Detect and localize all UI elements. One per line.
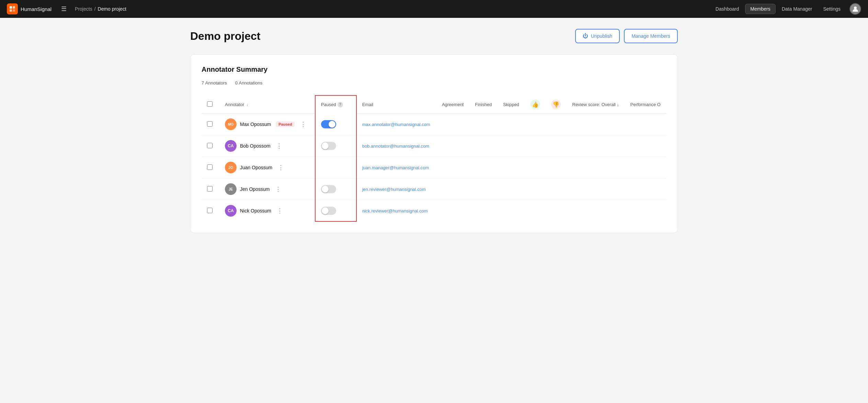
more-options-button[interactable]: ⋮ bbox=[274, 141, 284, 150]
row-checkbox-3[interactable] bbox=[207, 164, 213, 170]
cell-thumbs_up bbox=[525, 114, 546, 135]
unpublish-label: Unpublish bbox=[591, 33, 612, 39]
avatar: JO bbox=[225, 162, 237, 173]
breadcrumb: Projects / Demo project bbox=[75, 6, 126, 12]
cell-thumbs_up bbox=[525, 135, 546, 157]
cell-finished bbox=[469, 200, 498, 222]
breadcrumb-current: Demo project bbox=[98, 6, 126, 12]
nav-link-settings[interactable]: Settings bbox=[818, 4, 845, 14]
annotations-label: Annotations bbox=[239, 80, 263, 85]
annotator-table-container: Annotator ↓ Paused ? Email bbox=[202, 95, 666, 222]
paused-toggle[interactable] bbox=[321, 142, 351, 150]
annotator-name: Max Opossum bbox=[240, 122, 271, 127]
annotator-name: Bob Opossom bbox=[240, 143, 271, 149]
cell-skipped bbox=[498, 135, 525, 157]
row-checkbox-4[interactable] bbox=[207, 186, 213, 192]
toggle-track bbox=[321, 185, 336, 193]
thumbs-down-icon-header[interactable]: 👎 bbox=[551, 100, 561, 109]
cell-skipped bbox=[498, 114, 525, 135]
cell-agreement bbox=[436, 157, 469, 179]
toggle-thumb bbox=[322, 207, 329, 214]
cell-agreement bbox=[436, 135, 469, 157]
email-link[interactable]: jen.reviewer@humansignal.com bbox=[362, 187, 426, 192]
cell-thumbs_down bbox=[546, 114, 567, 135]
avatar: JE bbox=[225, 183, 237, 195]
paused-toggle[interactable] bbox=[321, 120, 351, 128]
cell-skipped bbox=[498, 200, 525, 222]
user-avatar[interactable] bbox=[849, 3, 861, 15]
annotator-name: Jen Opossum bbox=[240, 186, 270, 192]
row-checkbox-1[interactable] bbox=[207, 121, 213, 127]
paused-badge: Paused bbox=[276, 122, 295, 127]
table-head: Annotator ↓ Paused ? Email bbox=[202, 95, 666, 114]
manage-members-label: Manage Members bbox=[631, 33, 670, 39]
cell-thumbs_up bbox=[525, 157, 546, 179]
nav-link-members[interactable]: Members bbox=[745, 4, 775, 14]
svg-rect-0 bbox=[10, 6, 12, 9]
cell-performance bbox=[625, 179, 666, 200]
cell-thumbs_down bbox=[546, 200, 567, 222]
more-options-button[interactable]: ⋮ bbox=[276, 163, 286, 172]
col-header-review-score[interactable]: Review score: Overall ↓ bbox=[567, 95, 625, 114]
more-options-button[interactable]: ⋮ bbox=[273, 185, 283, 194]
row-checkbox-2[interactable] bbox=[207, 143, 213, 148]
cell-review_score bbox=[567, 200, 625, 222]
svg-rect-3 bbox=[13, 9, 15, 12]
nav-link-data-manager[interactable]: Data Manager bbox=[777, 4, 817, 14]
annotators-stat: 7 Annotators bbox=[202, 80, 227, 85]
table-row: JE Jen Opossum ⋮ jen.reviewer@humansigna… bbox=[202, 179, 666, 200]
cell-performance bbox=[625, 200, 666, 222]
annotators-count: 7 bbox=[202, 80, 204, 85]
nav-links: Dashboard Members Data Manager Settings bbox=[711, 4, 845, 14]
paused-toggle[interactable] bbox=[321, 207, 351, 215]
brand: HumanSignal bbox=[7, 3, 52, 14]
toggle-track bbox=[321, 142, 336, 150]
more-options-button[interactable]: ⋮ bbox=[275, 206, 285, 215]
annotations-count: 0 bbox=[235, 80, 238, 85]
more-options-button[interactable]: ⋮ bbox=[298, 120, 308, 129]
col-header-thumbs-down: 👎 bbox=[546, 95, 567, 114]
cell-finished bbox=[469, 135, 498, 157]
cell-performance bbox=[625, 157, 666, 179]
cell-review_score bbox=[567, 135, 625, 157]
email-link[interactable]: nick.reviewer@humansignal.com bbox=[362, 208, 428, 214]
toggle-thumb bbox=[322, 186, 329, 193]
paused-info-icon[interactable]: ? bbox=[338, 102, 343, 107]
col-header-annotator[interactable]: Annotator ↓ bbox=[219, 95, 315, 114]
page-title: Demo project bbox=[190, 30, 260, 43]
unpublish-button[interactable]: ⏻ Unpublish bbox=[575, 29, 620, 43]
toggle-track bbox=[321, 207, 336, 215]
cell-agreement bbox=[436, 200, 469, 222]
paused-toggle[interactable] bbox=[321, 185, 351, 193]
select-all-checkbox[interactable] bbox=[207, 101, 213, 107]
cell-skipped bbox=[498, 179, 525, 200]
breadcrumb-parent[interactable]: Projects bbox=[75, 6, 92, 12]
email-link[interactable]: bob.annotator@humansignal.com bbox=[362, 143, 429, 149]
cell-agreement bbox=[436, 179, 469, 200]
row-checkbox-5[interactable] bbox=[207, 208, 213, 213]
thumbs-up-icon-header[interactable]: 👍 bbox=[530, 100, 540, 109]
cell-review_score bbox=[567, 157, 625, 179]
col-header-paused: Paused ? bbox=[315, 95, 356, 114]
email-link[interactable]: juan.manager@humansignal.com bbox=[362, 165, 429, 170]
brand-logo bbox=[7, 3, 18, 14]
cell-agreement bbox=[436, 114, 469, 135]
email-link[interactable]: max.annotator@humansignal.com bbox=[362, 122, 430, 127]
toggle-thumb bbox=[329, 121, 335, 128]
cell-review_score bbox=[567, 179, 625, 200]
cell-performance bbox=[625, 114, 666, 135]
cell-finished bbox=[469, 157, 498, 179]
svg-point-4 bbox=[854, 7, 857, 9]
cell-skipped bbox=[498, 157, 525, 179]
annotators-label: Annotators bbox=[205, 80, 227, 85]
nav-link-dashboard[interactable]: Dashboard bbox=[711, 4, 744, 14]
card-title: Annotator Summary bbox=[202, 66, 666, 73]
col-header-performance: Performance O bbox=[625, 95, 666, 114]
stats-row: 7 Annotators 0 Annotations bbox=[202, 80, 666, 85]
avatar: MO bbox=[225, 118, 237, 130]
hamburger-button[interactable]: ☰ bbox=[60, 4, 68, 14]
toggle-thumb bbox=[322, 142, 329, 149]
page-actions: ⏻ Unpublish Manage Members bbox=[575, 29, 678, 43]
table-row: MO Max Opossum Paused ⋮ max.annotator@hu… bbox=[202, 114, 666, 135]
manage-members-button[interactable]: Manage Members bbox=[624, 29, 678, 43]
